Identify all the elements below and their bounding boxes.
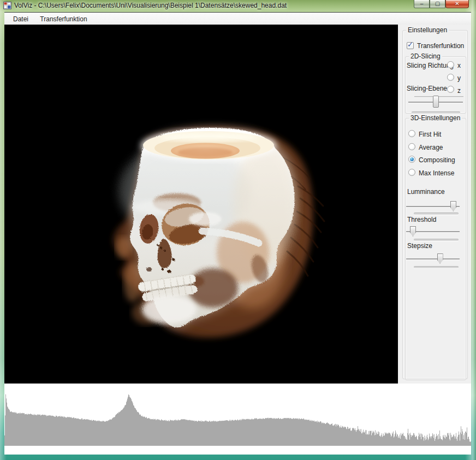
- slider-thumb[interactable]: [437, 253, 443, 264]
- slicing-richtung-label: Slicing Richtung: [407, 62, 454, 69]
- slider-track[interactable]: [406, 258, 460, 260]
- check-icon: ✓: [407, 40, 413, 49]
- cranium-cut: [141, 130, 276, 161]
- radio-axis-y[interactable]: [447, 74, 454, 81]
- group-3d-einstellungen: 3D-Einstellungen First Hit Average Compo…: [405, 118, 466, 380]
- histogram-canvas[interactable]: [4, 384, 471, 455]
- transferfunktion-checkbox[interactable]: ✓: [407, 42, 414, 49]
- radio-axis-x[interactable]: [447, 61, 454, 68]
- slicing-groove: [412, 111, 460, 114]
- radio-compositing[interactable]: [408, 156, 415, 163]
- transferfunktion-label: Transferfunktion: [417, 42, 464, 50]
- group-einstellungen-title: Einstellungen: [406, 26, 449, 34]
- client-area: Datei Transferfunktion: [4, 12, 471, 454]
- render-viewport[interactable]: [4, 25, 398, 384]
- radio-first-hit[interactable]: [408, 130, 415, 137]
- slider-thumb[interactable]: [433, 96, 439, 108]
- radio-first-hit-label: First Hit: [419, 131, 441, 138]
- app-icon: [3, 2, 11, 9]
- close-button[interactable]: ✕: [445, 0, 469, 8]
- threshold-groove: [414, 239, 459, 241]
- lumminance-groove: [414, 213, 459, 215]
- slider-thumb[interactable]: [410, 226, 416, 237]
- stepsize-groove: [414, 266, 459, 268]
- radio-axis-x-label: x: [457, 62, 461, 69]
- stepsize-slider[interactable]: [406, 251, 460, 266]
- titlebar[interactable]: VolViz - C:\Users\Felix\Documents\Uni\Vi…: [0, 0, 476, 12]
- menu-datei[interactable]: Datei: [8, 14, 33, 25]
- slicing-ebene-label: Slicing-Ebene: [407, 85, 447, 92]
- radio-axis-z[interactable]: [447, 86, 454, 93]
- threshold-slider[interactable]: [406, 224, 460, 238]
- lumminance-slider[interactable]: [406, 199, 460, 213]
- slicing-ebene-slider[interactable]: [408, 95, 463, 109]
- settings-panel: Einstellungen ✓ Transferfunktion 2D-Slic…: [398, 25, 471, 384]
- maximize-button[interactable]: ▢: [430, 0, 445, 8]
- threshold-label: Threshold: [407, 216, 436, 223]
- radio-max-intense[interactable]: [408, 169, 415, 176]
- skull-rendering: [4, 25, 398, 384]
- radio-axis-z-label: z: [457, 87, 461, 95]
- radio-average-label: Average: [419, 144, 443, 151]
- group-2d-slicing: 2D-Slicing Slicing Richtung x y Slicing-…: [405, 56, 466, 114]
- window-title: VolViz - C:\Users\Felix\Documents\Uni\Vi…: [14, 2, 287, 9]
- radio-axis-y-label: y: [457, 74, 461, 82]
- menubar: Datei Transferfunktion: [4, 13, 471, 25]
- radio-average[interactable]: [408, 143, 415, 150]
- lumminance-label: Lumminance: [407, 188, 445, 196]
- minimize-button[interactable]: –: [414, 0, 430, 8]
- window-frame: VolViz - C:\Users\Felix\Documents\Uni\Vi…: [0, 0, 476, 460]
- stepsize-label: Stepsize: [407, 242, 432, 250]
- slider-thumb[interactable]: [450, 201, 456, 211]
- radio-max-intense-label: Max Intense: [419, 169, 454, 177]
- menu-transferfunktion[interactable]: Transferfunktion: [35, 14, 92, 25]
- radio-compositing-label: Compositing: [419, 156, 455, 164]
- group-einstellungen: Einstellungen ✓ Transferfunktion 2D-Slic…: [402, 30, 468, 379]
- group-2d-slicing-title: 2D-Slicing: [409, 52, 442, 60]
- group-3d-title: 3D-Einstellungen: [409, 114, 462, 122]
- histogram-panel: [4, 384, 471, 455]
